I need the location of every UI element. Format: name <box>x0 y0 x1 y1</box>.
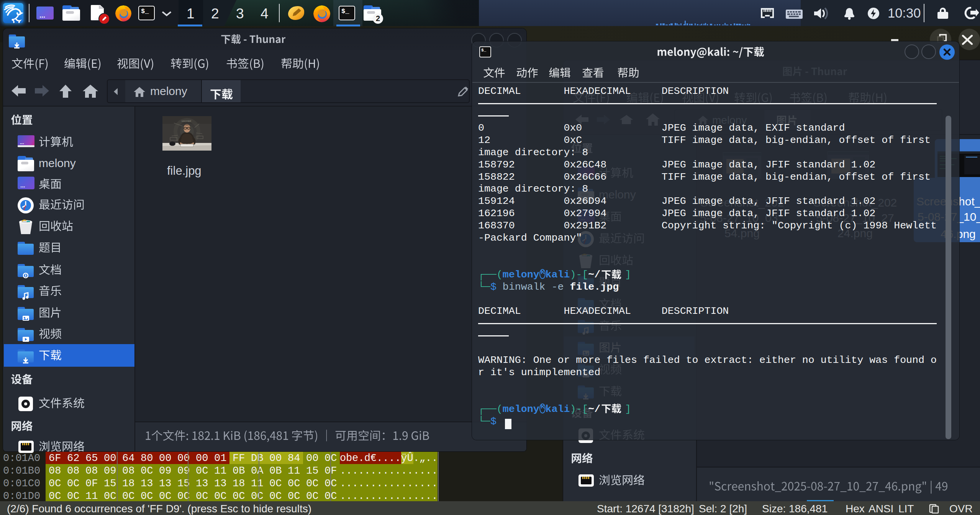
svg-text:HACKER: HACKER <box>182 120 192 122</box>
